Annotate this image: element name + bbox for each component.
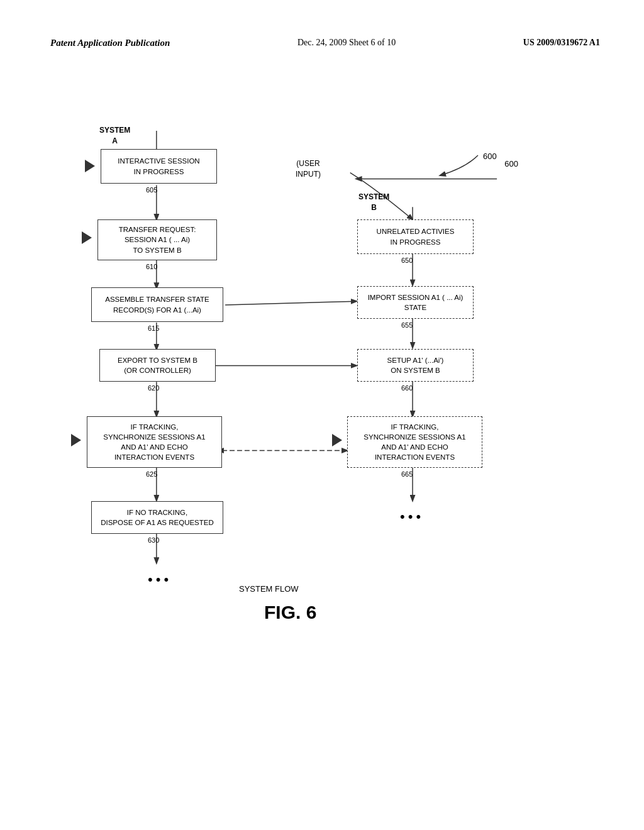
label-665: 665 [401, 470, 413, 479]
box-630: IF NO TRACKING,DISPOSE OF A1 AS REQUESTE… [91, 501, 223, 534]
box-610: TRANSFER REQUEST:SESSION A1 ( ... Ai)TO … [97, 219, 217, 260]
box-620: EXPORT TO SYSTEM B(OR CONTROLLER) [99, 349, 216, 382]
label-615: 615 [148, 324, 159, 333]
triangle-605 [85, 160, 95, 172]
page: Patent Application Publication Dec. 24, … [0, 0, 644, 830]
svg-text:600: 600 [483, 152, 497, 161]
system-b-label: SYSTEMB [358, 192, 389, 213]
fig-number-arrow: 600 [415, 149, 541, 187]
box-615: ASSEMBLE TRANSFER STATERECORD(S) FOR A1 … [91, 287, 223, 322]
label-610: 610 [146, 262, 157, 272]
publication-title: Patent Application Publication [50, 38, 170, 48]
triangle-610 [82, 231, 92, 244]
header-center: Dec. 24, 2009 Sheet 6 of 10 [297, 38, 396, 48]
box-655: IMPORT SESSION A1 ( ... Ai)STATE [357, 286, 474, 319]
label-620: 620 [148, 384, 159, 393]
svg-line-7 [225, 301, 357, 305]
label-605: 605 [146, 185, 157, 195]
dots-right: ••• [400, 507, 424, 527]
label-655: 655 [401, 321, 413, 330]
user-input-label: (USERINPUT) [296, 158, 321, 180]
box-665: IF TRACKING,SYNCHRONIZE SESSIONS A1AND A… [347, 416, 482, 468]
system-a-label: SYSTEMA [99, 125, 130, 147]
box-650: UNRELATED ACTIVIESIN PROGRESS [357, 219, 474, 254]
box-605: INTERACTIVE SESSIONIN PROGRESS [101, 149, 217, 184]
box-660: SETUP A1' (...Ai')ON SYSTEM B [357, 349, 474, 382]
figure-label: FIG. 6 [264, 602, 316, 623]
diagram: SYSTEMA 600 (USERINPUT) SYSTEMB INTERACT… [50, 61, 600, 753]
triangle-625 [71, 434, 81, 446]
fig-600-label: 600 [504, 158, 518, 170]
label-625: 625 [146, 470, 157, 479]
system-flow-label: SYSTEM FLOW [239, 584, 299, 594]
label-660: 660 [401, 384, 413, 393]
label-650: 650 [401, 256, 413, 265]
dots-left: ••• [148, 570, 172, 590]
patent-number: US 2009/0319672 A1 [523, 38, 600, 48]
triangle-665 [332, 434, 342, 446]
header: Patent Application Publication Dec. 24, … [50, 38, 600, 48]
box-625: IF TRACKING,SYNCHRONIZE SESSIONS A1AND A… [87, 416, 222, 468]
label-630: 630 [148, 536, 159, 545]
